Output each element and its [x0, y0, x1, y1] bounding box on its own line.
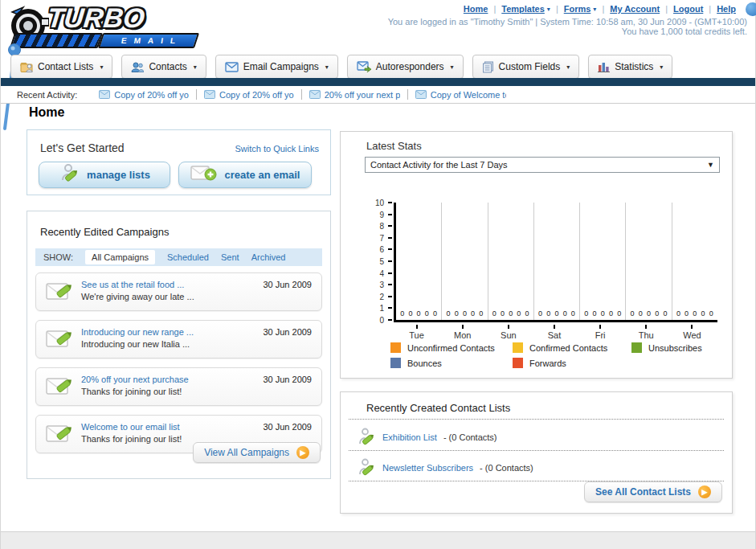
top-link-templates[interactable]: Templates	[501, 4, 545, 14]
legend-label: Forwards	[529, 358, 566, 368]
x-axis-label-text: Mon	[454, 330, 471, 340]
recent-activity-items: Copy of 20% off yoCopy of 20% off yo20% …	[92, 89, 513, 100]
tab-label: Custom Fields	[499, 61, 561, 72]
email-campaigns-icon	[225, 62, 239, 72]
app-logo[interactable]: TURBO EMAIL	[6, 2, 206, 49]
chart-legend: Unconfirmed ContactsConfirmed ContactsUn…	[390, 342, 702, 368]
chart-value-labels: 00000	[626, 309, 671, 318]
chart-group: 00000	[488, 203, 534, 320]
filter-all-campaigns[interactable]: All Campaigns	[85, 250, 155, 264]
chart-value-labels: 00000	[580, 309, 625, 318]
value-label: 0	[617, 309, 621, 318]
campaign-card[interactable]: See us at the retail food ...We're givin…	[35, 272, 322, 311]
recent-activity-link[interactable]: 20% off your next p	[325, 90, 400, 100]
top-link-forms[interactable]: Forms	[564, 4, 591, 14]
manage-lists-label: manage lists	[87, 169, 150, 181]
filter-archived[interactable]: Archived	[251, 252, 286, 262]
y-axis-tick	[388, 248, 392, 250]
campaign-card[interactable]: 20% off your next purchaseThanks for joi…	[35, 367, 322, 406]
x-axis-tick	[645, 325, 647, 329]
value-label: 0	[563, 309, 567, 318]
envelope-plus-icon	[190, 165, 218, 182]
top-link-logout[interactable]: Logout	[673, 4, 703, 14]
tab-autoresponders[interactable]: Autoresponders▾	[347, 55, 464, 79]
see-all-contact-lists-button[interactable]: See All Contact Lists ▶	[584, 481, 722, 502]
legend-item: Unsubscribes	[631, 342, 702, 353]
chart-value-labels: 00000	[672, 309, 717, 318]
value-label: 0	[655, 309, 659, 318]
tab-custom-fields[interactable]: Custom Fields▾	[472, 55, 580, 79]
chevron-down-icon: ▼	[707, 161, 714, 169]
value-label: 0	[554, 309, 558, 318]
latest-stats-title: Latest Stats	[366, 140, 422, 152]
y-axis-tick	[388, 260, 392, 262]
contact-list-pencil-icon	[357, 427, 376, 448]
value-label: 0	[571, 309, 575, 318]
campaign-list: See us at the retail food ...We're givin…	[35, 272, 322, 462]
recent-activity-link[interactable]: Copy of Welcome to	[431, 90, 506, 100]
switch-quick-links-link[interactable]: Switch to Quick Links	[235, 144, 319, 154]
chart-value-labels: 00000	[442, 309, 487, 318]
logo-stripes	[10, 33, 103, 48]
stats-period-value: Contact Activity for the Last 7 Days	[370, 160, 508, 170]
top-link-help[interactable]: Help	[717, 4, 736, 14]
value-label: 0	[676, 309, 680, 318]
recent-activity-item: Copy of Welcome to	[408, 89, 513, 100]
y-axis-tick-label: 9	[363, 211, 384, 219]
recent-activity-item: Copy of 20% off yo	[197, 89, 302, 100]
y-axis-tick	[388, 214, 392, 215]
value-label: 0	[701, 309, 705, 318]
dotted-divider	[349, 481, 724, 481]
chart-x-axis-labels: TueMonSunSatFriThuWed	[394, 325, 715, 340]
x-axis-label-text: Tue	[409, 330, 424, 340]
campaign-card[interactable]: Introducing our new range ...Introducing…	[35, 320, 322, 358]
envelope-icon	[99, 90, 110, 99]
chevron-down-icon: ▾	[547, 6, 550, 13]
campaign-title-link[interactable]: See us at the retail food ...	[81, 280, 184, 289]
campaigns-filter-bar: SHOW: All CampaignsScheduledSentArchived	[35, 248, 322, 266]
value-label: 0	[584, 309, 588, 318]
create-email-button[interactable]: create an email	[178, 162, 312, 188]
contact-list-link[interactable]: Exhibition List	[382, 432, 437, 442]
contact-list-detail: - (0 Contacts)	[480, 463, 533, 473]
x-axis-tick	[508, 325, 509, 329]
tab-statistics[interactable]: Statistics▾	[588, 55, 672, 79]
legend-label: Unconfirmed Contacts	[407, 343, 495, 353]
campaign-subtitle: Thanks for joining our list!	[81, 387, 182, 396]
value-label: 0	[446, 309, 450, 318]
stats-period-dropdown[interactable]: Contact Activity for the Last 7 Days ▼	[365, 157, 720, 173]
campaign-title-link[interactable]: Welcome to our email list	[81, 422, 180, 432]
campaign-title-link[interactable]: 20% off your next purchase	[81, 375, 189, 384]
value-label: 0	[538, 309, 542, 318]
campaign-title-link[interactable]: Introducing our new range ...	[81, 327, 194, 337]
help-bubble-icon[interactable]	[746, 2, 756, 16]
y-axis-tick	[388, 296, 392, 297]
chart-value-labels: 00000	[396, 309, 441, 318]
top-nav: Home|Templates▾|Forms▾|My Account|Logout…	[464, 4, 736, 14]
y-axis-tick-label: 3	[363, 281, 384, 289]
tab-email-campaigns[interactable]: Email Campaigns▾	[215, 55, 338, 79]
recent-activity-link[interactable]: Copy of 20% off yo	[219, 90, 294, 100]
recent-activity-link[interactable]: Copy of 20% off yo	[114, 90, 189, 100]
x-axis-label-text: Sat	[548, 330, 562, 340]
chart-value-labels: 00000	[534, 309, 579, 318]
value-label: 0	[408, 309, 412, 318]
filter-sent[interactable]: Sent	[221, 252, 239, 262]
legend-swatch	[631, 342, 642, 353]
value-label: 0	[479, 309, 483, 318]
top-link-home[interactable]: Home	[464, 4, 488, 14]
tab-contact-lists[interactable]: Contact Lists▾	[10, 55, 112, 79]
separator: |	[556, 4, 558, 14]
chart-value-labels: 00000	[488, 309, 533, 318]
contact-list-link[interactable]: Newsletter Subscribers	[382, 463, 473, 473]
chart-group: 00000	[672, 203, 717, 320]
envelope-icon	[204, 90, 215, 99]
filter-scheduled[interactable]: Scheduled	[167, 252, 209, 262]
contact-activity-chart: 00000000000000000000000000000000000 TueM…	[363, 180, 721, 341]
value-label: 0	[684, 309, 689, 318]
manage-lists-button[interactable]: manage lists	[39, 162, 170, 188]
value-label: 0	[631, 309, 635, 318]
tab-contacts[interactable]: Contacts▾	[121, 55, 206, 79]
view-all-campaigns-button[interactable]: View All Campaigns ▶	[193, 442, 321, 463]
top-link-my-account[interactable]: My Account	[610, 4, 660, 14]
